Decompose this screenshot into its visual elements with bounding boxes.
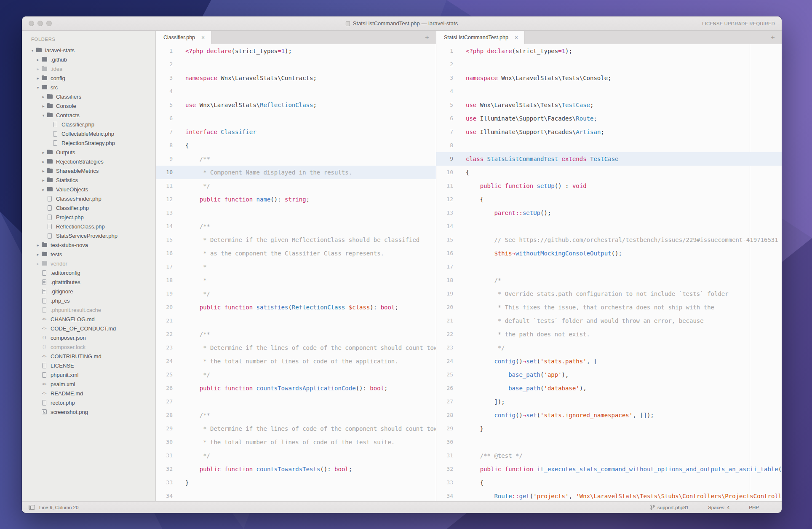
code-line[interactable]: 10 * Component Name displayed in the res… <box>156 166 436 179</box>
file-item[interactable]: ReflectionClass.php <box>22 222 155 231</box>
code-line[interactable]: 12 { <box>436 193 782 206</box>
minimize-window-button[interactable] <box>37 21 43 26</box>
disclosure-collapsed-icon[interactable]: ▸ <box>40 150 46 155</box>
license-upgrade-label[interactable]: LICENSE UPGRADE REQUIRED <box>702 21 775 26</box>
code-line[interactable]: 2 <box>436 58 782 71</box>
file-item[interactable]: ClassesFinder.php <box>22 194 155 203</box>
file-item[interactable]: screenshot.png <box>22 407 155 416</box>
code-line[interactable]: 33} <box>156 476 436 489</box>
disclosure-collapsed-icon[interactable]: ▸ <box>35 57 41 62</box>
file-item[interactable]: RejectionStrategy.php <box>22 138 155 148</box>
code-line[interactable]: 7interface Classifier <box>156 125 436 139</box>
code-line[interactable]: 26 base_path('database'), <box>436 381 782 395</box>
code-line[interactable]: 1<?php declare(strict_types=1); <box>156 44 436 58</box>
tab-statslistcommandtest-php[interactable]: StatsListCommandTest.php × <box>436 31 525 44</box>
code-line[interactable]: 19 */ <box>156 287 436 301</box>
disclosure-expanded-icon[interactable]: ▾ <box>29 48 35 53</box>
code-line[interactable]: 17 <box>436 260 782 274</box>
code-line[interactable]: 34 <box>156 489 436 501</box>
code-line[interactable]: 5use Wnx\LaravelStats\ReflectionClass; <box>156 98 436 112</box>
code-line[interactable]: 1<?php declare(strict_types=1); <box>436 44 782 58</box>
git-branch[interactable]: support-php81 <box>650 505 689 510</box>
close-window-button[interactable] <box>29 21 34 26</box>
file-item[interactable]: {}composer.lock <box>22 342 155 352</box>
code-line[interactable]: 3namespace Wnx\LaravelStats\Contracts; <box>156 71 436 85</box>
code-line[interactable]: 8 <box>436 139 782 152</box>
code-line[interactable]: 11 */ <box>156 179 436 193</box>
code-line[interactable]: 5use Wnx\LaravelStats\Tests\TestCase; <box>436 98 782 112</box>
code-line[interactable]: 8{ <box>156 139 436 152</box>
folder-item[interactable]: ▸Outputs <box>22 148 155 157</box>
code-editor-left[interactable]: 1<?php declare(strict_types=1);23namespa… <box>156 44 436 501</box>
code-line[interactable]: 29 } <box>436 422 782 435</box>
tab-classifier-php[interactable]: Classifier.php × <box>156 31 211 44</box>
disclosure-collapsed-icon[interactable]: ▸ <box>35 252 41 257</box>
folder-item[interactable]: ▸Statistics <box>22 175 155 185</box>
panel-toggle-icon[interactable] <box>29 505 35 510</box>
file-item[interactable]: rector.php <box>22 398 155 407</box>
file-item[interactable]: <>CONTRIBUTING.md <box>22 352 155 361</box>
code-line[interactable]: 10{ <box>436 166 782 179</box>
code-line[interactable]: 29 * Determine if the lines of code of t… <box>156 422 436 435</box>
title-bar[interactable]: StatsListCommandTest.php — laravel-stats… <box>22 16 782 31</box>
code-line[interactable]: 21 * default `tests` folder and would th… <box>436 314 782 328</box>
code-line[interactable]: 25 base_path('app'), <box>436 368 782 381</box>
folder-item[interactable]: ▾laravel-stats <box>22 46 155 55</box>
code-line[interactable]: 31 /** @test */ <box>436 449 782 462</box>
folder-item[interactable]: ▾Contracts <box>22 110 155 120</box>
code-line[interactable]: 7use Illuminate\Support\Facades\Artisan; <box>436 125 782 139</box>
file-item[interactable]: Classifier.php <box>22 203 155 212</box>
file-item[interactable]: Project.php <box>22 212 155 222</box>
code-line[interactable]: 6 <box>156 112 436 125</box>
folder-item[interactable]: ▸test-stubs-nova <box>22 240 155 250</box>
code-line[interactable]: 23 */ <box>436 341 782 354</box>
code-line[interactable]: 13 <box>156 206 436 220</box>
code-line[interactable]: 20 * This fixes the issue, that orchestr… <box>436 301 782 314</box>
disclosure-collapsed-icon[interactable]: ▸ <box>35 76 41 81</box>
code-line[interactable]: 6use Illuminate\Support\Facades\Route; <box>436 112 782 125</box>
code-line[interactable]: 9 /** <box>156 152 436 166</box>
file-item[interactable]: <>psalm.xml <box>22 379 155 389</box>
code-line[interactable]: 28 /** <box>156 408 436 422</box>
disclosure-collapsed-icon[interactable]: ▸ <box>35 243 41 247</box>
disclosure-expanded-icon[interactable]: ▾ <box>40 113 46 118</box>
new-tab-button[interactable]: + <box>418 34 436 41</box>
code-line[interactable]: 9class StatsListCommandTest extends Test… <box>436 152 782 166</box>
file-item[interactable]: <>README.md <box>22 389 155 398</box>
folder-item[interactable]: ▾src <box>22 83 155 92</box>
code-line[interactable]: 30 * the total number of lines of code o… <box>156 435 436 449</box>
file-item[interactable]: {}composer.json <box>22 333 155 342</box>
code-line[interactable]: 2 <box>156 58 436 71</box>
disclosure-collapsed-icon[interactable]: ▸ <box>40 104 46 108</box>
file-item[interactable]: .editorconfig <box>22 268 155 277</box>
close-tab-icon[interactable]: × <box>513 35 519 40</box>
file-item[interactable]: CollectableMetric.php <box>22 129 155 138</box>
code-line[interactable]: 32 public function it_executes_stats_com… <box>436 462 782 476</box>
code-line[interactable]: 31 */ <box>156 449 436 462</box>
file-item[interactable]: LICENSE <box>22 361 155 370</box>
folder-item[interactable]: ▸.idea <box>22 64 155 73</box>
code-line[interactable]: 33 { <box>436 476 782 489</box>
folder-item[interactable]: ▸ValueObjects <box>22 185 155 194</box>
code-line[interactable]: 23 * Determine if the lines of code of t… <box>156 341 436 354</box>
folder-item[interactable]: ▸config <box>22 73 155 83</box>
folder-item[interactable]: ▸RejectionStrategies <box>22 157 155 166</box>
close-tab-icon[interactable]: × <box>200 35 206 40</box>
folder-item[interactable]: ▸tests <box>22 250 155 259</box>
code-line[interactable]: 16 $this→withoutMockingConsoleOutput(); <box>436 247 782 260</box>
code-line[interactable]: 15 * Determine if the given ReflectionCl… <box>156 233 436 247</box>
code-line[interactable]: 32 public function countsTowardsTests():… <box>156 462 436 476</box>
zoom-window-button[interactable] <box>46 21 52 26</box>
disclosure-collapsed-icon[interactable]: ▸ <box>40 94 46 99</box>
code-line[interactable]: 20 public function satisfies(ReflectionC… <box>156 301 436 314</box>
code-line[interactable]: 15 // See https://github.com/orchestral/… <box>436 233 782 247</box>
disclosure-collapsed-icon[interactable]: ▸ <box>40 159 46 164</box>
file-item[interactable]: Classifier.php <box>22 120 155 129</box>
code-line[interactable]: 13 parent::setUp(); <box>436 206 782 220</box>
file-item[interactable]: .phpunit.result.cache <box>22 305 155 314</box>
code-line[interactable]: 24 * the total number of lines of code o… <box>156 354 436 368</box>
folder-item[interactable]: ▸Console <box>22 101 155 110</box>
disclosure-collapsed-icon[interactable]: ▸ <box>35 67 41 71</box>
disclosure-collapsed-icon[interactable]: ▸ <box>35 261 41 266</box>
code-line[interactable]: 11 public function setUp() : void <box>436 179 782 193</box>
